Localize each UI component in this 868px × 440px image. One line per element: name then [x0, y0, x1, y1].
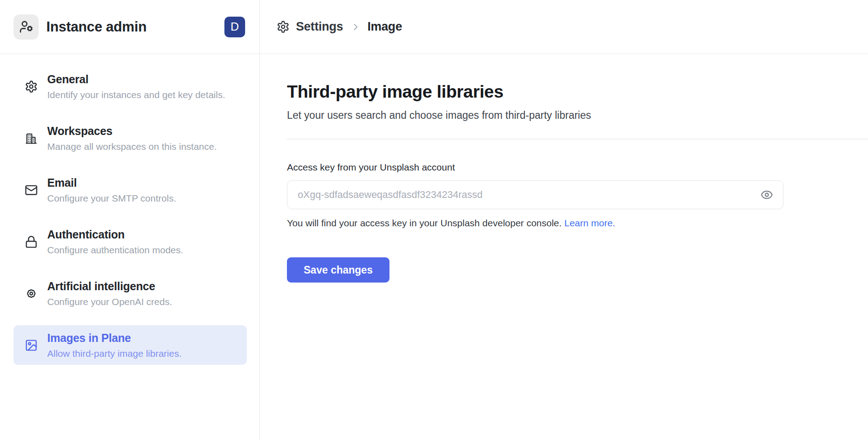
sidebar-nav: General Identify your instances and get … [0, 54, 260, 365]
page-subtitle: Let your users search and choose images … [287, 109, 868, 121]
sidebar-item-images-in-plane[interactable]: Images in Plane Allow third-party image … [13, 325, 247, 365]
gear-icon [25, 80, 38, 93]
sidebar-item-artificial-intelligence[interactable]: Artificial intelligence Configure your O… [13, 274, 247, 313]
image-icon [25, 339, 38, 352]
sidebar-item-description: Identify your instances and get key deta… [47, 90, 225, 100]
user-cog-icon [13, 14, 39, 40]
instance-admin-app: Instance admin D General Identify your i… [0, 0, 868, 440]
sidebar-item-description: Configure authentication modes. [47, 245, 183, 256]
helper-text: You will find your access key in your Un… [287, 218, 868, 229]
breadcrumb-settings[interactable]: Settings [296, 20, 343, 34]
sidebar: Instance admin D General Identify your i… [0, 0, 260, 440]
breadcrumb: Settings Image [260, 0, 868, 54]
sidebar-item-authentication[interactable]: Authentication Configure authentication … [13, 222, 247, 261]
helper-text-body: You will find your access key in your Un… [287, 218, 562, 228]
access-key-input[interactable] [298, 189, 753, 201]
settings-image-page: Third-party image libraries Let your use… [260, 54, 868, 283]
sidebar-header: Instance admin D [0, 0, 260, 54]
gear-icon [277, 20, 290, 33]
reveal-key-button[interactable] [761, 189, 773, 201]
main-area: Settings Image Third-party image librari… [260, 0, 868, 440]
chevron-right-icon [350, 22, 361, 32]
sidebar-item-label: Authentication [47, 228, 183, 241]
sidebar-item-label: Email [47, 176, 176, 189]
sidebar-item-general[interactable]: General Identify your instances and get … [13, 67, 247, 106]
breadcrumb-image: Image [367, 20, 402, 34]
sidebar-item-email[interactable]: Email Configure your SMTP controls. [13, 170, 247, 210]
avatar[interactable]: D [224, 17, 245, 37]
sidebar-item-label: Workspaces [47, 125, 217, 138]
lock-icon [25, 235, 38, 248]
ai-cog-icon [25, 287, 38, 300]
eye-icon [761, 189, 773, 201]
access-key-field-wrapper [287, 180, 783, 209]
sidebar-item-label: Images in Plane [47, 332, 182, 345]
sidebar-item-workspaces[interactable]: Workspaces Manage all workspaces on this… [13, 118, 247, 158]
learn-more-link[interactable]: Learn more. [564, 218, 615, 228]
access-key-label: Access key from your Unsplash account [287, 162, 868, 173]
mail-icon [25, 184, 38, 197]
sidebar-item-description: Configure your SMTP controls. [47, 193, 176, 204]
sidebar-item-description: Allow third-party image libraries. [47, 348, 182, 359]
sidebar-item-label: General [47, 73, 225, 86]
sidebar-item-description: Configure your OpenAI creds. [47, 296, 172, 307]
app-title: Instance admin [46, 19, 224, 35]
page-title: Third-party image libraries [287, 82, 868, 102]
save-changes-button[interactable]: Save changes [287, 257, 389, 283]
building-icon [25, 132, 38, 145]
sidebar-item-description: Manage all workspaces on this instance. [47, 141, 217, 152]
section-divider [287, 139, 868, 139]
sidebar-item-label: Artificial intelligence [47, 280, 172, 293]
